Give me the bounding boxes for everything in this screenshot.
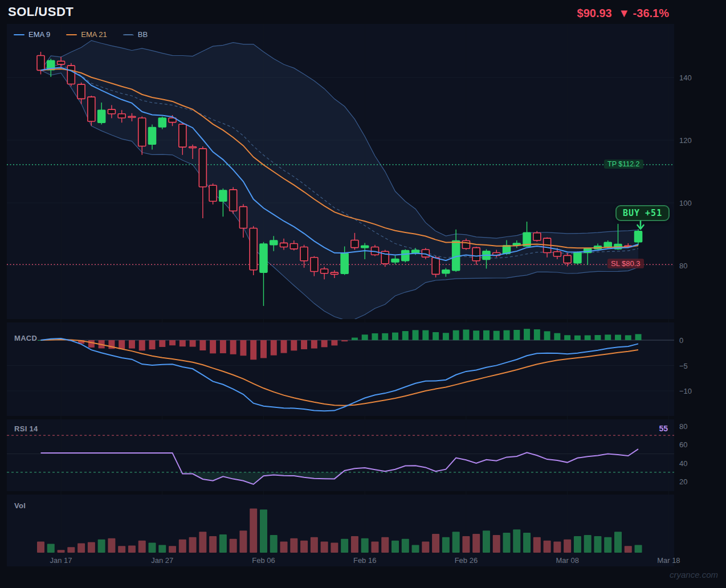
macd-histogram-bar (554, 333, 560, 340)
macd-histogram-bar (534, 329, 540, 340)
macd-histogram-bar (129, 340, 135, 349)
macd-histogram-bar (199, 340, 206, 350)
candle (108, 109, 115, 114)
volume-bar (513, 529, 520, 553)
candle (412, 250, 419, 253)
candle (209, 185, 217, 201)
volume-bar (361, 538, 369, 553)
macd-histogram-bar (463, 329, 469, 340)
candle (604, 242, 611, 247)
macd-histogram-bar (504, 330, 510, 340)
volume-bar (138, 541, 146, 553)
panel-bg (7, 419, 674, 491)
macd-histogram-bar (402, 331, 409, 340)
candle (250, 228, 257, 270)
macd-histogram-bar (594, 335, 601, 340)
macd-histogram-bar (433, 332, 439, 340)
candle (331, 272, 338, 274)
macd-panel-label: MACD (14, 334, 37, 342)
volume-bar (371, 542, 378, 553)
macd-histogram-bar (524, 329, 530, 340)
volume-bar (391, 541, 399, 553)
macd-histogram-bar (180, 340, 186, 346)
axis-tick-label: 80 (679, 422, 687, 431)
candle (462, 241, 470, 249)
macd-histogram-bar (250, 340, 256, 360)
volume-bar (189, 537, 197, 553)
chart-canvas[interactable]: 140120100800−5−1080604020Jan 17Jan 27Feb… (0, 0, 726, 588)
axis-tick-label: 40 (679, 459, 687, 468)
candle (58, 61, 65, 64)
volume-bar (78, 544, 85, 553)
macd-histogram-bar (513, 330, 520, 340)
volume-bar (625, 546, 632, 553)
volume-bar (544, 541, 551, 553)
ema21-line-swatch-icon (66, 34, 77, 35)
candle (128, 116, 136, 117)
candle (138, 118, 146, 146)
candle (564, 255, 571, 263)
page-title: SOL/USDT (8, 5, 74, 19)
volume-bar (533, 537, 541, 553)
macd-histogram-bar (372, 333, 378, 340)
volume-bar (432, 534, 439, 553)
bb-dashed-swatch-icon (123, 34, 134, 35)
legend-item-ema9[interactable]: EMA 9 (14, 30, 50, 39)
macd-histogram-bar (564, 335, 570, 340)
volume-bar (351, 536, 358, 553)
candle (533, 233, 541, 240)
axis-tick-label: −5 (679, 362, 688, 370)
legend-item-ema21[interactable]: EMA 21 (66, 30, 107, 39)
legend-label: BB (138, 30, 148, 39)
candle (260, 244, 267, 272)
candle (432, 258, 439, 274)
candle (351, 240, 358, 247)
candle (280, 243, 288, 247)
candle (402, 251, 409, 261)
price-change: ▼ -36.1% (618, 7, 669, 19)
volume-bar (462, 536, 470, 553)
macd-histogram-bar (210, 340, 216, 353)
macd-histogram-bar (321, 340, 328, 347)
axis-tick-label: Jan 27 (151, 556, 173, 565)
volume-bar (209, 536, 217, 553)
trading-app: 140120100800−5−1080604020Jan 17Jan 27Feb… (0, 0, 726, 588)
candle (311, 258, 318, 272)
last-price: $90.93 (577, 7, 612, 19)
legend-label: EMA 9 (28, 30, 50, 39)
volume-bar (270, 535, 278, 553)
axis-tick-label: Feb 26 (455, 556, 478, 565)
macd-histogram-bar (362, 334, 368, 340)
candle (148, 127, 156, 144)
candle (270, 240, 278, 245)
volume-bar (493, 535, 500, 553)
volume-bar (594, 536, 601, 553)
macd-histogram-bar (453, 330, 459, 340)
volume-bar (331, 543, 338, 553)
macd-histogram-bar (422, 330, 429, 340)
volume-bar (37, 542, 44, 553)
macd-histogram-bar (625, 335, 631, 340)
macd-histogram-bar (605, 334, 611, 340)
rsi-current-value: 55 (644, 424, 668, 433)
candle (290, 244, 297, 249)
volume-bar (67, 547, 75, 553)
volume-bar (442, 537, 450, 553)
legend-item-bb[interactable]: BB (123, 30, 148, 39)
volume-bar (250, 508, 257, 553)
macd-histogram-bar (190, 340, 196, 347)
candle (189, 147, 197, 148)
volume-bar (199, 532, 206, 553)
take-profit-label: TP $112.2 (604, 160, 643, 169)
macd-histogram-bar (159, 340, 165, 347)
macd-histogram-bar (413, 330, 419, 340)
volume-bar (311, 537, 318, 553)
macd-histogram-bar (635, 334, 642, 340)
macd-histogram-bar (139, 340, 145, 350)
volume-bar (239, 530, 247, 553)
axis-tick-label: 140 (679, 74, 692, 82)
volume-bar (179, 540, 186, 553)
legend-label: EMA 21 (81, 30, 107, 39)
volume-bar (321, 542, 328, 553)
volume-bar (472, 534, 480, 553)
